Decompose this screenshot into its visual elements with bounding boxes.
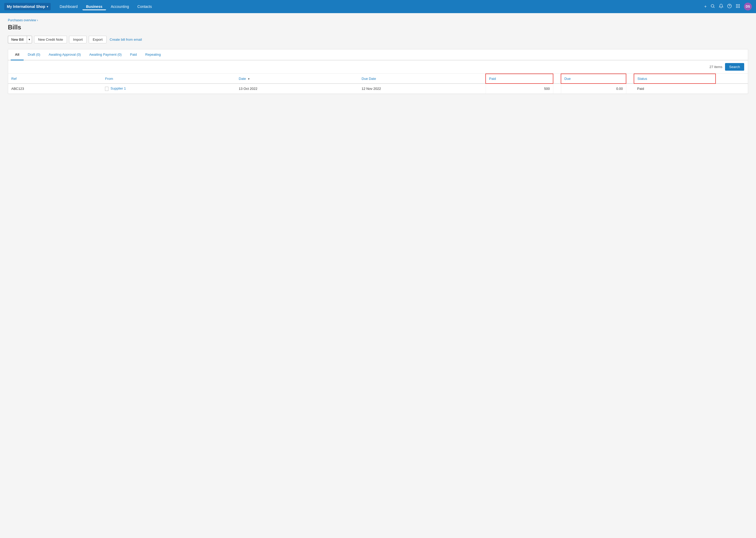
help-icon[interactable] — [727, 4, 732, 10]
svg-rect-11 — [737, 7, 738, 8]
new-bill-split-button: New Bill ▾ — [8, 36, 32, 43]
svg-rect-8 — [737, 6, 738, 7]
nav-contacts[interactable]: Contacts — [134, 3, 155, 10]
import-button[interactable]: Import — [69, 36, 87, 43]
svg-point-0 — [711, 4, 714, 7]
svg-rect-6 — [739, 4, 740, 5]
nav-links: Dashboard Business Accounting Contacts — [56, 3, 704, 10]
page-title: Bills — [8, 24, 748, 31]
table-toolbar: 27 items Search — [8, 60, 748, 74]
nav-accounting[interactable]: Accounting — [107, 3, 132, 10]
supplier-link[interactable]: Supplier 1 — [111, 86, 126, 90]
svg-rect-4 — [736, 4, 737, 5]
nav-business[interactable]: Business — [82, 3, 106, 10]
svg-rect-5 — [737, 4, 738, 5]
grid-icon[interactable] — [735, 4, 740, 10]
tab-paid[interactable]: Paid — [126, 49, 141, 60]
cell-row-actions — [716, 83, 748, 93]
action-buttons: New Bill ▾ New Credit Note Import Export… — [8, 36, 748, 43]
main-content: Purchases overview › Bills New Bill ▾ Ne… — [0, 13, 756, 538]
tab-awaiting-payment[interactable]: Awaiting Payment (0) — [85, 49, 126, 60]
export-button[interactable]: Export — [89, 36, 107, 43]
tab-draft[interactable]: Draft (0) — [24, 49, 45, 60]
org-name-dropdown[interactable]: My International Shop ▾ — [4, 3, 51, 10]
cell-ref: ABC123 — [8, 83, 102, 93]
col-due[interactable]: Due — [561, 74, 626, 83]
tab-repeating[interactable]: Repeating — [141, 49, 165, 60]
svg-rect-9 — [739, 6, 740, 7]
svg-rect-7 — [736, 6, 737, 7]
new-bill-dropdown-button[interactable]: ▾ — [27, 36, 32, 43]
col-spacer1 — [553, 74, 561, 83]
col-paid[interactable]: Paid — [486, 74, 553, 83]
top-navigation: My International Shop ▾ Dashboard Busine… — [0, 0, 756, 13]
col-spacer2 — [626, 74, 634, 83]
file-icon — [105, 87, 109, 91]
bills-table: Ref From Date ▼ Due Date Paid — [8, 74, 748, 94]
table-row: ABC123 Supplier 1 13 Oct 2022 12 Nov 202… — [8, 83, 748, 93]
cell-paid: 500 — [486, 83, 553, 93]
tab-all[interactable]: All — [11, 49, 24, 60]
col-ref[interactable]: Ref — [8, 74, 102, 83]
org-dropdown-icon: ▾ — [47, 5, 48, 8]
cell-spacer2 — [626, 83, 634, 93]
date-sort-arrow: ▼ — [248, 78, 250, 81]
cell-date: 13 Oct 2022 — [236, 83, 358, 93]
tabs-bar: All Draft (0) Awaiting Approval (0) Awai… — [8, 49, 748, 60]
svg-line-1 — [714, 7, 714, 8]
item-count: 27 items — [710, 65, 722, 69]
bell-icon[interactable] — [719, 4, 724, 10]
tab-awaiting-approval[interactable]: Awaiting Approval (0) — [44, 49, 85, 60]
cell-from: Supplier 1 — [102, 83, 235, 93]
breadcrumb[interactable]: Purchases overview › — [8, 19, 748, 22]
col-actions — [716, 74, 748, 83]
plus-icon[interactable]: + — [704, 4, 707, 9]
nav-dashboard[interactable]: Dashboard — [56, 3, 81, 10]
org-name-label: My International Shop — [7, 4, 45, 9]
svg-rect-12 — [739, 7, 740, 8]
search-button[interactable]: Search — [725, 63, 744, 71]
new-bill-button[interactable]: New Bill — [8, 36, 27, 43]
cell-status: Paid — [634, 83, 715, 93]
col-due-date[interactable]: Due Date — [358, 74, 486, 83]
content-panel: All Draft (0) Awaiting Approval (0) Awai… — [8, 49, 748, 94]
cell-spacer1 — [553, 83, 561, 93]
col-date[interactable]: Date ▼ — [236, 74, 358, 83]
svg-rect-10 — [736, 7, 737, 8]
cell-due-date: 12 Nov 2022 — [358, 83, 486, 93]
col-status[interactable]: Status — [634, 74, 715, 83]
new-credit-note-button[interactable]: New Credit Note — [34, 36, 67, 43]
col-from[interactable]: From — [102, 74, 235, 83]
nav-right-icons: + DS — [704, 3, 752, 11]
search-icon[interactable] — [710, 4, 715, 10]
create-bill-from-email-link[interactable]: Create bill from email — [109, 36, 143, 43]
user-avatar[interactable]: DS — [744, 3, 752, 11]
cell-due: 0.00 — [561, 83, 626, 93]
